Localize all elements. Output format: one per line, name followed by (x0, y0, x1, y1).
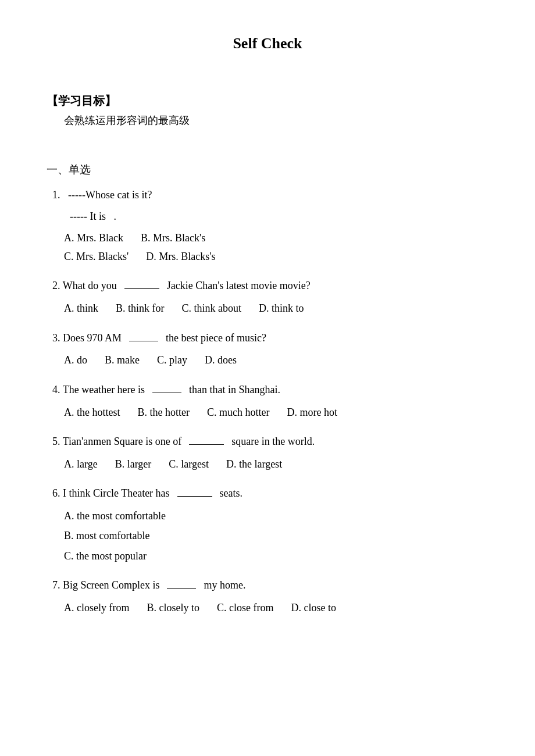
questions-container: 1. -----Whose cat is it? ----- It is . A… (52, 187, 488, 617)
option-2b: B. think for (116, 299, 165, 318)
question-7-options: A. closely from B. closely to C. close f… (64, 598, 488, 617)
option-7a: A. closely from (64, 598, 129, 617)
option-7d: D. close to (291, 598, 336, 617)
question-4-text: 4. The weather here is than that in Shan… (52, 381, 488, 398)
question-7-text: 7. Big Screen Complex is my home. (52, 577, 488, 594)
option-3a: A. do (64, 351, 87, 369)
question-1-options: A. Mrs. Black B. Mrs. Black's (64, 229, 488, 247)
question-1-subtext: ----- It is . (70, 208, 488, 225)
question-3-options: A. do B. make C. play D. does (64, 351, 488, 369)
option-1d: D. Mrs. Blacks's (146, 247, 215, 266)
question-3: 3. Does 970 AM the best piece of music? … (52, 330, 488, 370)
option-5c: C. largest (169, 455, 209, 473)
option-3d: D. does (205, 351, 237, 369)
question-2-options: A. think B. think for C. think about D. … (64, 299, 488, 318)
option-4a: A. the hottest (64, 403, 120, 422)
option-1c: C. Mrs. Blacks' (64, 247, 129, 266)
question-4-options: A. the hottest B. the hotter C. much hot… (64, 403, 488, 422)
question-6-text: 6. I think Circle Theater has seats. (52, 485, 488, 502)
option-5b: B. larger (115, 455, 152, 473)
section-one-title: 一、单选 (47, 162, 488, 177)
learning-goal: 会熟练运用形容词的最高级 (64, 113, 488, 127)
question-2-text: 2. What do you Jackie Chan's latest movi… (52, 277, 488, 294)
question-5-options: A. large B. larger C. largest D. the lar… (64, 455, 488, 473)
question-1-number: 1. (52, 189, 60, 201)
question-4: 4. The weather here is than that in Shan… (52, 381, 488, 422)
question-3-text: 3. Does 970 AM the best piece of music? (52, 330, 488, 347)
option-6a: A. the most comfortable (64, 507, 488, 525)
option-3b: B. make (105, 351, 140, 369)
option-2a: A. think (64, 299, 98, 318)
option-2c: C. think about (182, 299, 242, 318)
page-title: Self Check (47, 35, 488, 52)
option-4b: B. the hotter (138, 403, 190, 422)
option-7b: B. closely to (147, 598, 199, 617)
option-5d: D. the largest (226, 455, 282, 473)
question-1-options-cd: C. Mrs. Blacks' D. Mrs. Blacks's (64, 247, 488, 266)
learning-header: 【学习目标】 (47, 93, 488, 109)
option-1b: B. Mrs. Black's (141, 229, 205, 247)
option-7c: C. close from (217, 598, 273, 617)
option-6b: B. most comfortable (64, 526, 488, 545)
question-6-options: A. the most comfortable B. most comforta… (64, 507, 488, 565)
option-3c: C. play (157, 351, 187, 369)
question-7: 7. Big Screen Complex is my home. A. clo… (52, 577, 488, 617)
question-6: 6. I think Circle Theater has seats. A. … (52, 485, 488, 565)
question-5: 5. Tian'anmen Square is one of square in… (52, 433, 488, 473)
option-1a: A. Mrs. Black (64, 229, 123, 247)
option-4d: D. more hot (287, 403, 337, 422)
question-5-text: 5. Tian'anmen Square is one of square in… (52, 433, 488, 450)
question-2: 2. What do you Jackie Chan's latest movi… (52, 277, 488, 318)
question-1: 1. -----Whose cat is it? ----- It is . A… (52, 187, 488, 266)
option-6c: C. the most popular (64, 547, 488, 565)
question-1-text: 1. -----Whose cat is it? (52, 187, 488, 204)
option-5a: A. large (64, 455, 98, 473)
option-4c: C. much hotter (207, 403, 269, 422)
option-2d: D. think to (259, 299, 304, 318)
